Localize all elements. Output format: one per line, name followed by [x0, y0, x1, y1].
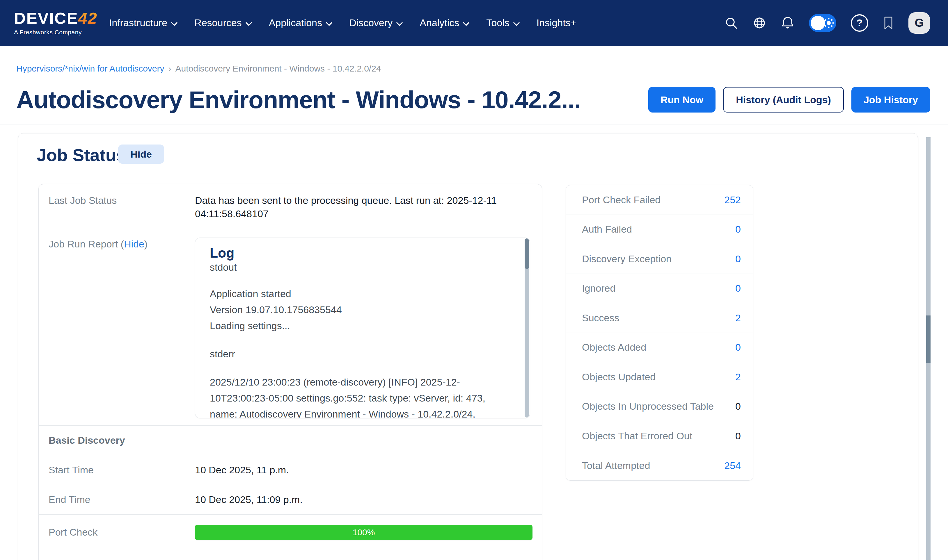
last-job-status-label: Last Job Status: [39, 185, 195, 230]
navbar-right-icons: ? G: [724, 12, 930, 34]
log-scrollbar-thumb[interactable]: [525, 238, 529, 269]
job-history-button[interactable]: Job History: [851, 87, 930, 112]
table-row-basic-discovery: Basic Discovery: [39, 426, 542, 455]
table-row-start-time: Start Time 10 Dec 2025, 11 p.m.: [39, 455, 542, 485]
stat-row-success: Success 2: [566, 303, 753, 333]
stat-value-link[interactable]: 252: [724, 194, 741, 206]
menu-applications[interactable]: Applications: [269, 17, 332, 29]
title-row: Autodiscovery Environment - Windows - 10…: [16, 86, 930, 114]
bell-icon[interactable]: [781, 16, 794, 30]
stat-label: Objects Updated: [582, 371, 655, 383]
end-time-label: End Time: [39, 494, 195, 505]
stat-value-link[interactable]: 2: [735, 371, 741, 383]
job-status-card: Job Status Hide Last Job Status Data has…: [18, 133, 918, 560]
stat-value-link[interactable]: 0: [735, 342, 741, 353]
stat-value: 0: [735, 430, 741, 442]
run-now-button[interactable]: Run Now: [648, 87, 715, 112]
menu-label: Applications: [269, 17, 322, 29]
menu-discovery[interactable]: Discovery: [349, 17, 403, 29]
top-navbar: DEVICE42 A Freshworks Company Infrastruc…: [0, 0, 948, 46]
chevron-down-icon: [396, 17, 403, 29]
log-box: Log stdout Application started Version 1…: [195, 238, 530, 418]
last-job-status-value: Data has been sent to the processing que…: [195, 185, 527, 230]
theme-toggle[interactable]: [809, 14, 836, 32]
log-heading: Log: [210, 245, 495, 260]
menu-analytics[interactable]: Analytics: [419, 17, 469, 29]
chevron-down-icon: [245, 17, 252, 29]
menu-infrastructure[interactable]: Infrastructure: [109, 17, 177, 29]
help-icon[interactable]: ?: [851, 14, 868, 32]
stat-row-objects-added: Objects Added 0: [566, 333, 753, 363]
device42-logo[interactable]: DEVICE42 A Freshworks Company: [14, 10, 97, 36]
table-row-last-job-status: Last Job Status Data has been sent to th…: [39, 185, 542, 230]
stat-label: Success: [582, 312, 620, 324]
job-run-report-hide-link[interactable]: Hide: [124, 238, 144, 249]
logo-42-text: 42: [78, 9, 97, 27]
page-scrollbar[interactable]: [926, 137, 931, 560]
page-scrollbar-thumb[interactable]: [926, 315, 931, 363]
log-stdout-block: Application started Version 19.07.10.175…: [210, 286, 495, 334]
job-details-table: Last Job Status Data has been sent to th…: [39, 184, 542, 560]
menu-resources[interactable]: Resources: [194, 17, 252, 29]
start-time-label: Start Time: [39, 465, 195, 476]
stat-label: Auth Failed: [582, 224, 632, 235]
stat-label: Discovery Exception: [582, 253, 672, 265]
stat-value-link[interactable]: 0: [735, 283, 741, 294]
stat-row-discovery-exception: Discovery Exception 0: [566, 244, 753, 274]
breadcrumb-link[interactable]: Hypervisors/*nix/win for Autodiscovery: [16, 64, 164, 73]
log-line: Loading settings...: [210, 318, 495, 334]
log-stderr-text: 2025/12/10 23:00:23 (remote-discovery) […: [210, 374, 495, 418]
log-line: Application started: [210, 286, 495, 302]
main-menu: Infrastructure Resources Applications Di…: [109, 17, 577, 29]
log-line: Version 19.07.10.1756835544: [210, 302, 495, 318]
logo-tagline: A Freshworks Company: [14, 29, 97, 36]
port-check-value: 100%: [195, 525, 542, 540]
bookmark-icon[interactable]: [883, 16, 894, 30]
stat-value: 0: [735, 401, 741, 412]
user-avatar[interactable]: G: [908, 12, 930, 34]
end-time-value: 10 Dec 2025, 11:09 p.m.: [195, 494, 542, 505]
stat-row-total-attempted: Total Attempted 254: [566, 451, 753, 481]
history-audit-logs-button[interactable]: History (Audit Logs): [723, 87, 844, 112]
basic-discovery-label: Basic Discovery: [39, 435, 125, 446]
port-check-label: Port Check: [39, 526, 195, 538]
log-scrollbar[interactable]: [525, 238, 529, 417]
stat-value-link[interactable]: 254: [724, 460, 741, 471]
avatar-initial: G: [914, 16, 923, 29]
menu-tools[interactable]: Tools: [486, 17, 519, 29]
menu-label: Infrastructure: [109, 17, 167, 29]
job-status-hide-button[interactable]: Hide: [118, 145, 164, 164]
job-stats-panel: Port Check Failed 252 Auth Failed 0 Disc…: [566, 185, 753, 481]
chevron-down-icon: [513, 17, 520, 29]
breadcrumb-separator: ›: [168, 64, 171, 73]
menu-label: Analytics: [419, 17, 459, 29]
menu-label: Resources: [194, 17, 242, 29]
stat-value-link[interactable]: 2: [735, 312, 741, 324]
page-header: Hypervisors/*nix/win for Autodiscovery›A…: [0, 46, 948, 125]
stat-label: Objects Added: [582, 342, 646, 353]
table-row-job-run-report: Job Run Report (Hide) Log stdout Applica…: [39, 230, 542, 426]
job-run-report-label-prefix: Job Run Report (: [49, 238, 124, 249]
stat-value-link[interactable]: 0: [735, 253, 741, 265]
search-icon[interactable]: [724, 16, 738, 30]
page-actions: Run Now History (Audit Logs) Job History: [648, 87, 930, 112]
stat-row-objects-in-unprocessed-table: Objects In Unprocessed Table 0: [566, 392, 753, 422]
breadcrumb-current: Autodiscovery Environment - Windows - 10…: [176, 64, 381, 73]
stat-row-objects-that-errored-out: Objects That Errored Out 0: [566, 421, 753, 451]
job-run-report-label-suffix: ): [144, 238, 148, 249]
globe-icon[interactable]: [752, 16, 766, 30]
menu-label: Tools: [486, 17, 509, 29]
stat-label: Objects In Unprocessed Table: [582, 401, 714, 412]
chevron-down-icon: [463, 17, 469, 29]
start-time-value: 10 Dec 2025, 11 p.m.: [195, 465, 542, 476]
menu-insights-plus[interactable]: Insights+: [536, 17, 577, 29]
log-stderr-label: stderr: [210, 346, 495, 362]
stat-row-auth-failed: Auth Failed 0: [566, 215, 753, 245]
logo-brand-text: DEVICE: [14, 9, 78, 27]
stat-value-link[interactable]: 0: [735, 224, 741, 235]
log-stdout-label: stdout: [210, 262, 495, 273]
content-area: Job Status Hide Last Job Status Data has…: [0, 125, 948, 560]
port-check-progress-bar: 100%: [195, 525, 532, 540]
breadcrumb: Hypervisors/*nix/win for Autodiscovery›A…: [16, 64, 381, 74]
stat-label: Port Check Failed: [582, 194, 661, 206]
